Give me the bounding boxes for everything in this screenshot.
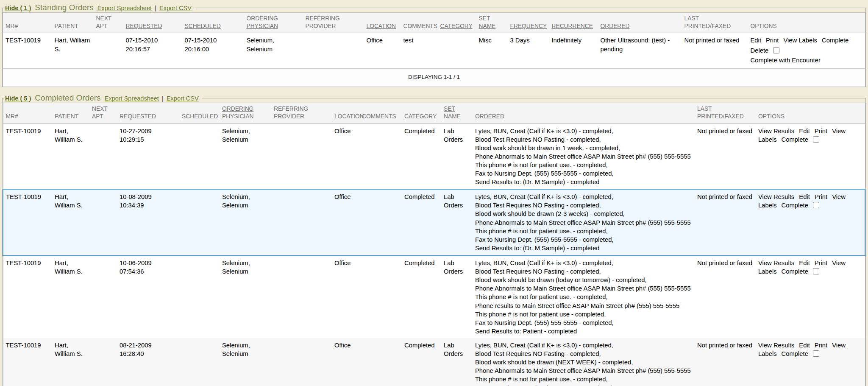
view-results-link[interactable]: View Results [758,193,794,200]
col-location: LOCATION [332,103,359,123]
cell-set-name: Lab Orders [441,123,473,189]
col-label: COMMENTS [362,113,396,120]
cell-category [438,33,476,68]
edit-link[interactable]: Edit [799,342,810,349]
col-label: LAST PRINTED/FAXED [697,106,744,120]
cell-options: View ResultsEditPrintView LabelsComplete [756,189,865,255]
edit-link[interactable]: Edit [799,260,810,266]
cell-ordering-physician: Selenium, Selenium [244,33,303,68]
cell-next-apt [89,338,117,386]
completed-orders-legend: Hide ( 5 ) Completed Orders Export Sprea… [4,93,202,103]
cell-referring-provider [271,123,332,189]
complete-with-encounter-link[interactable]: Complete with Encounter [751,57,821,64]
col-comments: COMMENTS [359,103,402,123]
col-label: MR# [6,113,18,120]
col-requested: REQUESTED [117,103,179,123]
cell-next-apt [89,255,117,338]
sort-location-link[interactable]: LOCATION [334,113,364,120]
completed-orders-section: Hide ( 5 ) Completed Orders Export Sprea… [2,93,866,386]
sort-ordered-link[interactable]: ORDERED [475,113,504,120]
standing-orders-export-csv-link[interactable]: Export CSV [159,5,192,11]
cell-set-name: Lab Orders [441,255,473,338]
cell-patient: Hart, William S. [52,189,89,255]
cell-category: Completed [402,189,441,255]
completed-orders-hide-toggle[interactable]: Hide ( 5 ) [5,95,31,102]
completed-orders-export-csv-link[interactable]: Export CSV [167,95,199,102]
sort-set-name-link[interactable]: SET NAME [479,15,496,29]
completed-order-row-selected: TEST-10019 Hart, William S. 10-08-2009 1… [3,189,865,255]
order-select-checkbox[interactable] [813,350,819,357]
order-select-checkbox[interactable] [813,268,819,274]
print-link[interactable]: Print [815,260,827,266]
col-category: CATEGORY [402,103,441,123]
completed-orders-table: MR# PATIENT NEXT APT REQUESTED SCHEDULED… [3,103,865,386]
standing-orders-table: MR# PATIENT NEXT APT REQUESTED SCHEDULED… [3,12,865,87]
sort-frequency-link[interactable]: FREQUENCY [510,23,547,29]
col-next-apt: NEXT APT [89,103,117,123]
view-results-link[interactable]: View Results [758,260,794,266]
sort-category-link[interactable]: CATEGORY [404,113,437,120]
col-set-name: SET NAME [476,13,508,33]
completed-orders-header-row: MR# PATIENT NEXT APT REQUESTED SCHEDULED… [3,103,865,123]
cell-ordered: Lytes, BUN, Creat (Call if K+ is <3.0) -… [473,255,695,338]
delete-link[interactable]: Delete [751,47,769,54]
col-comments: COMMENTS [401,13,438,33]
cell-mr: TEST-10019 [3,189,52,255]
col-scheduled: SCHEDULED [179,103,220,123]
sort-location-link[interactable]: LOCATION [367,23,396,29]
sort-ordering-physician-link[interactable]: ORDERING PHYSICIAN [247,15,278,29]
edit-link[interactable]: Edit [799,128,810,134]
view-labels-link[interactable]: View Labels [783,37,817,44]
standing-orders-hide-toggle[interactable]: Hide ( 1 ) [5,5,31,11]
cell-mr: TEST-10019 [3,123,52,189]
col-mr: MR# [3,13,52,33]
order-select-checkbox[interactable] [773,47,779,53]
complete-link[interactable]: Complete [782,202,808,209]
view-results-link[interactable]: View Results [758,342,794,349]
view-results-link[interactable]: View Results [758,128,794,134]
print-link[interactable]: Print [815,193,827,200]
completed-orders-export-spreadsheet-link[interactable]: Export Spreadsheet [105,95,159,102]
cell-patient: Hart, William S. [52,338,89,386]
complete-link[interactable]: Complete [782,268,808,275]
edit-link[interactable]: Edit [799,193,810,200]
sort-recurrence-link[interactable]: RECURRENCE [552,23,593,29]
print-link[interactable]: Print [815,128,827,134]
col-recurrence: RECURRENCE [549,13,598,33]
cell-next-apt [89,123,117,189]
col-scheduled: SCHEDULED [182,13,244,33]
col-label: REFERRING PROVIDER [274,106,308,120]
order-select-checkbox[interactable] [813,136,819,143]
edit-link[interactable]: Edit [751,37,762,44]
sort-requested-link[interactable]: REQUESTED [120,113,156,120]
complete-link[interactable]: Complete [822,37,849,44]
sort-ordering-physician-link[interactable]: ORDERING PHYSICIAN [222,106,253,120]
sort-requested-link[interactable]: REQUESTED [126,23,162,29]
col-location: LOCATION [364,13,401,33]
completed-orders-title: Completed Orders [33,93,103,102]
col-set-name: SET NAME [441,103,473,123]
cell-frequency: 3 Days [508,33,549,68]
standing-orders-export-spreadsheet-link[interactable]: Export Spreadsheet [97,5,152,11]
cell-referring-provider [271,338,332,386]
cell-comments [359,255,402,338]
col-ordered: ORDERED [598,13,682,33]
col-label: OPTIONS [751,23,777,29]
complete-link[interactable]: Complete [782,350,808,357]
print-link[interactable]: Print [815,342,827,349]
sort-scheduled-link[interactable]: SCHEDULED [182,113,218,120]
sort-ordered-link[interactable]: ORDERED [601,23,630,29]
sort-scheduled-link[interactable]: SCHEDULED [185,23,221,29]
complete-link[interactable]: Complete [782,136,808,143]
sort-set-name-link[interactable]: SET NAME [444,106,461,120]
print-link[interactable]: Print [766,37,779,44]
cell-location: Office [332,123,359,189]
cell-requested: 10-27-2009 10:29:15 [117,123,179,189]
cell-requested: 10-08-2009 10:34:39 [117,189,179,255]
completed-order-row: TEST-10019 Hart, William S. 08-21-2009 1… [3,338,865,386]
cell-last-printed-faxed: Not printed or faxed [682,33,748,68]
col-label: COMMENTS [403,23,437,29]
col-referring-provider: REFERRING PROVIDER [303,13,364,33]
order-select-checkbox[interactable] [813,202,819,208]
sort-category-link[interactable]: CATEGORY [440,23,473,29]
